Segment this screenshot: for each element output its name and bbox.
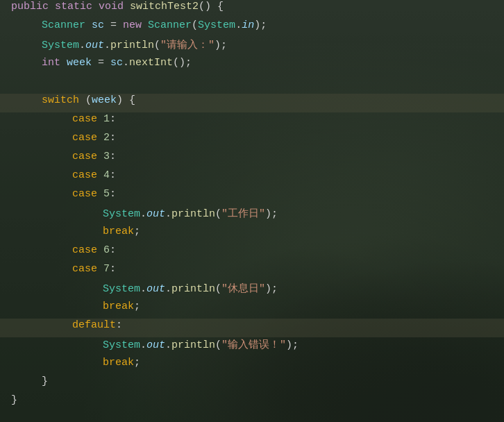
code-token: ; [134,357,140,369]
code-token: break [103,226,134,237]
code-token: ); [265,283,278,295]
code-token: : [110,113,116,125]
code-token: 7 [103,263,110,275]
code-token: () { [199,1,224,12]
code-line: case 4: [0,169,504,187]
code-token: System [42,40,79,51]
code-token: . [140,208,146,220]
code-token: : [110,132,116,144]
code-token: System [103,208,140,220]
code-token: public static void [11,1,130,12]
code-line: int week = sc.nextInt(); [0,56,504,75]
code-token: ) { [117,94,135,106]
code-token: . [235,19,242,31]
code-line: System.out.println("输入错误！"); [0,337,504,356]
code-token: break [103,301,134,312]
code-token: week [92,94,117,106]
code-token: ( [79,94,92,106]
code-line: case 6: [0,244,504,262]
code-token: nextInt [129,57,173,69]
code-token: ( [154,40,160,51]
code-token: : [110,263,116,275]
code-token: out [85,40,104,51]
code-token: 4 [103,169,110,181]
code-token: 1 [103,113,110,125]
code-token: ; [134,226,140,237]
code-token: println [171,283,215,295]
code-token: ; [134,301,140,312]
code-token: ); [254,19,267,31]
code-line: case 1: [0,112,504,131]
code-token: ); [215,40,227,51]
code-token: int [42,57,60,69]
code-token: default [72,319,116,331]
code-line: break; [0,225,504,244]
code-line: case 7: [0,262,504,281]
code-line: System.out.println("休息日"); [0,281,504,300]
code-line: System.out.println("请输入："); [0,37,504,56]
code-token: 5 [103,188,110,200]
code-token: switch [42,94,79,106]
code-token: case [72,263,103,275]
code-token: ( [215,283,221,295]
code-token: 6 [103,244,110,256]
code-token: (); [173,57,192,69]
code-token: sc [110,57,123,69]
code-token: = [92,57,110,69]
code-token: ( [215,208,221,220]
code-token: out [146,208,165,220]
code-token [60,57,67,69]
code-line: case 5: [0,187,504,206]
code-token: = [104,19,123,31]
code-token: : [110,188,116,200]
code-token: case [72,113,103,125]
code-token: . [140,283,146,295]
code-line: case 3: [0,150,504,169]
code-token: case [72,151,103,162]
code-token: . [104,40,110,51]
code-token: Scanner [42,19,85,31]
code-token: System [103,283,140,295]
code-token: } [11,394,17,406]
code-token: switchTest2 [130,1,199,12]
code-token: println [171,339,215,351]
code-token: println [110,40,154,51]
code-token: 3 [103,151,110,162]
code-line: Scanner sc = new Scanner(System.in); [0,19,504,37]
code-token: ( [192,19,198,31]
code-line: System.out.println("工作日"); [0,206,504,225]
code-token: : [116,319,122,331]
code-token: break [103,357,134,369]
code-editor: public static void switchTest2() {Scanne… [0,0,504,422]
code-line: public static void switchTest2() { [0,0,504,19]
code-token: ); [286,339,299,351]
code-token: System [198,19,235,31]
code-token: case [72,132,103,144]
code-token: week [67,57,92,69]
code-token: : [110,169,116,181]
code-token: . [79,40,85,51]
code-token: out [146,339,165,351]
code-token: "输入错误！" [221,338,286,351]
code-token: : [110,151,116,162]
code-line: } [0,375,504,394]
code-token: "请输入：" [160,38,215,51]
code-line: case 2: [0,131,504,150]
code-token: case [72,169,103,181]
code-token: . [140,339,146,351]
code-token: 2 [103,132,110,144]
code-token: } [42,375,48,387]
code-token: . [165,208,171,220]
code-line: } [0,394,504,412]
code-token: case [72,244,103,256]
code-token: . [165,283,171,295]
code-token: out [146,283,165,295]
code-token: in [242,19,254,31]
code-line: break; [0,356,504,375]
code-token [85,19,92,31]
code-token: Scanner [148,19,192,31]
code-line [0,75,504,94]
code-token: case [72,188,103,200]
code-token: . [123,57,129,69]
code-token: sc [92,19,104,31]
